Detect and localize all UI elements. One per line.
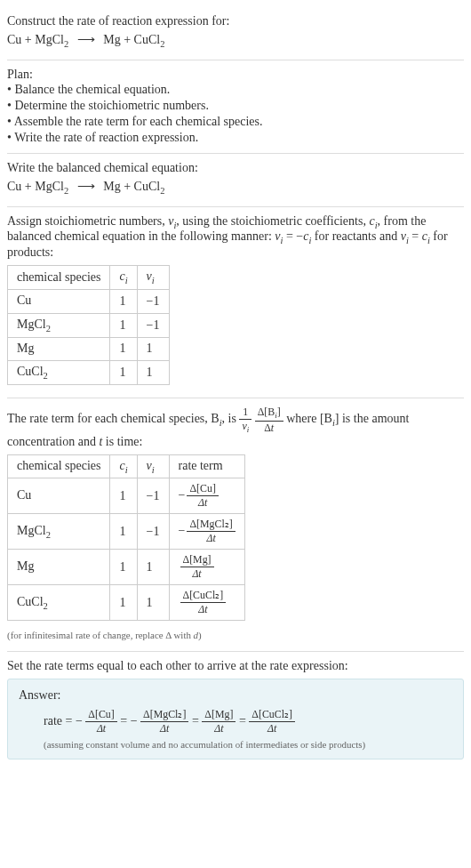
stoich-text: Assign stoichiometric numbers, νi, using… (7, 214, 464, 261)
i: i (152, 464, 155, 474)
sub: 2 (46, 530, 51, 540)
eq: = (120, 714, 130, 727)
th-nui: νi (137, 454, 169, 478)
sp: MgCl (17, 317, 46, 331)
den: Δt (255, 422, 283, 435)
lhs2-sub: 2 (64, 186, 68, 196)
plan-item: • Balance the chemical equation. (7, 82, 464, 98)
frac: Δ[Mg]Δt (180, 553, 214, 581)
intro-section: Construct the rate of reaction expressio… (7, 7, 464, 60)
sp: Cu (17, 488, 31, 502)
i: i (125, 464, 128, 474)
arrow-icon: ⟶ (72, 180, 100, 193)
i: i (125, 276, 128, 285)
frac: Δ[Cu]Δt (85, 708, 116, 735)
rateterm-table: chemical species ci νi rate term Cu 1 −1… (7, 454, 245, 622)
frac: Δ[Mg]Δt (202, 708, 236, 735)
c-cell: 1 (110, 478, 137, 514)
species-cell: CuCl2 (8, 585, 110, 621)
frac: Δ[MgCl₂]Δt (187, 518, 235, 545)
c-cell: 1 (110, 337, 137, 361)
text: , using the stoichiometric coefficients, (176, 214, 369, 228)
text: for reactants and (311, 229, 400, 243)
sp: Cu (17, 293, 31, 307)
th-nui: νi (137, 266, 169, 290)
nu-cell: −1 (137, 289, 169, 313)
lhs2: MgCl (35, 180, 64, 193)
t: t (271, 422, 274, 434)
text: where [B (286, 413, 332, 426)
text: The rate term for each chemical species,… (7, 413, 220, 426)
nu-cell: 1 (137, 550, 169, 585)
den: Δt (187, 532, 235, 545)
num: Δ[CuCl₂] (249, 708, 295, 722)
th-ci: ci (110, 266, 137, 290)
c-cell: 1 (110, 361, 137, 385)
num: Δ[Cu] (85, 708, 116, 722)
sp: Mg (17, 342, 34, 355)
den: Δt (85, 722, 116, 735)
answer-equation: rate = − Δ[Cu]Δt = − Δ[MgCl₂]Δt = Δ[Mg]Δ… (19, 708, 452, 735)
final-section: Set the rate terms equal to each other t… (7, 652, 464, 767)
nu-cell: −1 (137, 514, 169, 550)
rhs2: CuCl (134, 180, 161, 193)
frac: Δ[CuCl₂]Δt (249, 708, 295, 735)
balanced-equation: Cu + MgCl2 ⟶ Mg + CuCl2 (7, 175, 464, 199)
plan-header: Plan: (7, 68, 464, 82)
sp: Mg (17, 559, 34, 573)
eq: = (65, 714, 75, 727)
frac-dB-dt: Δ[Bi] Δt (255, 406, 283, 434)
th-rateterm: rate term (169, 454, 244, 478)
rateterm-text: The rate term for each chemical species,… (7, 406, 464, 448)
dt: Δ (264, 422, 271, 434)
num: Δ[Cu] (187, 482, 218, 496)
c-cell: 1 (110, 289, 137, 313)
rate-cell: −Δ[MgCl₂]Δt (169, 514, 244, 550)
plan-section: Plan: • Balance the chemical equation. •… (7, 60, 464, 154)
eq: = (192, 714, 202, 727)
text: Assign stoichiometric numbers, (7, 214, 168, 228)
rhs2: CuCl (134, 33, 161, 46)
table-row: Cu 1 −1 −Δ[Cu]Δt (8, 478, 245, 514)
c-cell: 1 (110, 550, 137, 585)
plus: + (124, 180, 133, 193)
num: Δ[Bi] (255, 406, 283, 421)
rate-cell: Δ[Mg]Δt (169, 550, 244, 585)
nu-cell: 1 (137, 361, 169, 385)
close: ] (277, 406, 281, 418)
species-cell: CuCl2 (8, 361, 110, 385)
neg: − (131, 714, 138, 727)
nu-cell: −1 (137, 313, 169, 337)
th-species: chemical species (8, 454, 110, 478)
species-cell: Cu (8, 478, 110, 514)
nu-cell: −1 (137, 478, 169, 514)
db: Δ[B (258, 406, 275, 418)
plan-item: • Determine the stoichiometric numbers. (7, 98, 464, 114)
den: Δt (187, 496, 218, 510)
plus: + (124, 33, 133, 46)
th-species: chemical species (8, 266, 110, 290)
num: 1 (239, 406, 251, 420)
eq: = (239, 714, 249, 727)
answer-note: (assuming constant volume and no accumul… (19, 735, 452, 750)
th-ci: ci (110, 454, 137, 478)
den: Δt (202, 722, 236, 735)
nu-cell: 1 (137, 585, 169, 621)
lhs2: MgCl (35, 33, 64, 46)
sp: CuCl (17, 595, 44, 608)
arrow-icon: ⟶ (72, 33, 100, 46)
rhs1: Mg (103, 33, 120, 46)
num: Δ[MgCl₂] (187, 518, 235, 532)
den: Δt (140, 722, 188, 735)
intro-equation: Cu + MgCl2 ⟶ Mg + CuCl2 (7, 28, 464, 52)
sp: CuCl (17, 365, 44, 378)
table-row: MgCl2 1 −1 −Δ[MgCl₂]Δt (8, 514, 245, 550)
final-header: Set the rate terms equal to each other t… (7, 659, 464, 673)
i: i (152, 276, 155, 285)
sub: 2 (44, 371, 48, 381)
table-row: CuCl2 1 1 Δ[CuCl₂]Δt (8, 585, 245, 621)
table-row: Mg 1 1 Δ[Mg]Δt (8, 550, 245, 585)
table-row: Cu 1 −1 (8, 289, 170, 313)
species-cell: Mg (8, 550, 110, 585)
c-cell: 1 (110, 313, 137, 337)
